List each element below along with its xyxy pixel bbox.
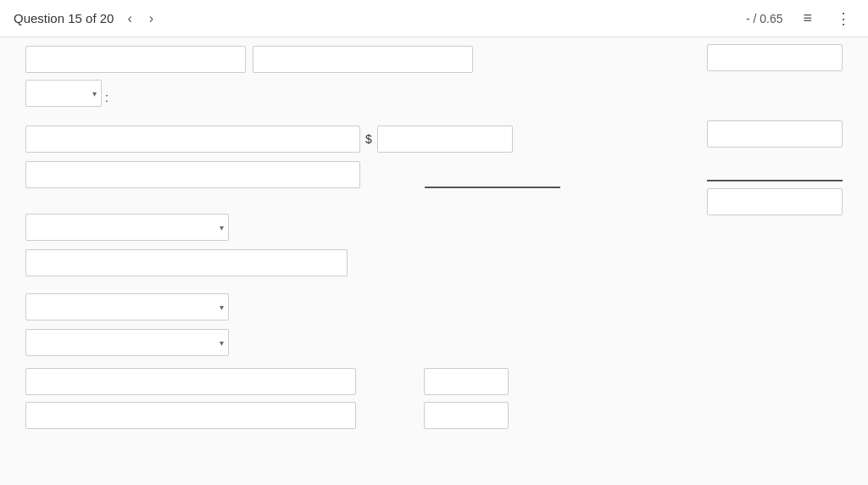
bottom-right-input-2[interactable]: [424, 402, 509, 429]
left-form-section: ▾ ▾ ▾: [25, 214, 415, 365]
underline-left-input[interactable]: [25, 161, 360, 188]
wide-text-input[interactable]: [25, 125, 360, 153]
dropdown-2[interactable]: [25, 293, 229, 321]
full-text-input[interactable]: [25, 249, 348, 276]
full-input-wrap: [25, 249, 415, 285]
dropdown-small-wrap: ▾: [25, 80, 102, 107]
dropdown-small[interactable]: [25, 80, 102, 107]
right-input-2[interactable]: [707, 188, 843, 215]
prev-button[interactable]: ‹: [124, 9, 135, 28]
list-icon: ≡: [803, 9, 812, 26]
score-label: - / 0.65: [746, 12, 783, 25]
more-icon: ⋮: [836, 10, 851, 27]
bottom-right-input-1[interactable]: [424, 368, 509, 395]
dollar-amount-input[interactable]: [377, 125, 513, 153]
bottom-row-2: [25, 402, 843, 429]
header: Question 15 of 20 ‹ › - / 0.65 ≡ ⋮: [0, 0, 868, 37]
bottom-left-input-2[interactable]: [25, 402, 356, 429]
question-label: Question 15 of 20: [14, 11, 114, 25]
right-column: [707, 120, 843, 215]
header-right: - / 0.65 ≡ ⋮: [746, 8, 854, 30]
top-left-input[interactable]: [25, 46, 246, 73]
content-area: ▾ : $ ▾: [0, 37, 868, 485]
dropdown2-wrap: ▾: [25, 293, 229, 321]
more-options-button[interactable]: ⋮: [832, 8, 854, 30]
top-right-input[interactable]: [707, 44, 843, 71]
right-input-underline[interactable]: [707, 154, 843, 181]
dropdown-colon-row: ▾ :: [25, 80, 843, 115]
next-button[interactable]: ›: [146, 9, 157, 28]
dollar-sign: $: [365, 132, 372, 146]
colon-label: :: [105, 91, 108, 104]
bottom-left-input-1[interactable]: [25, 368, 356, 395]
right-input-1[interactable]: [707, 120, 843, 148]
dropdown-3[interactable]: [25, 329, 229, 356]
dropdown3-wrap: ▾: [25, 329, 229, 356]
underline-right-input[interactable]: [425, 161, 560, 188]
list-icon-button[interactable]: ≡: [799, 8, 815, 29]
dropdown1-wrap: ▾: [25, 214, 229, 241]
dropdown-1[interactable]: [25, 214, 229, 241]
header-left: Question 15 of 20 ‹ ›: [14, 9, 157, 28]
top-mid-input[interactable]: [253, 46, 473, 73]
bottom-row-1: [25, 368, 843, 395]
